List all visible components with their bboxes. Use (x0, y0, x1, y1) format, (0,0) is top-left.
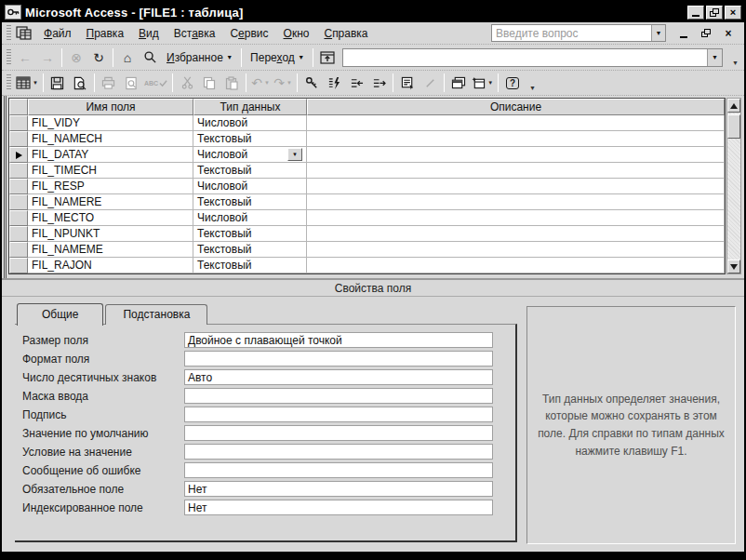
column-header-description[interactable]: Описание (307, 99, 725, 115)
properties-button[interactable] (396, 73, 419, 93)
property-validation-rule-input[interactable] (184, 444, 493, 460)
scrollbar-thumb[interactable] (727, 114, 740, 139)
delete-rows-button[interactable] (367, 73, 390, 93)
field-name-cell[interactable]: FIL_TIMECH (28, 163, 193, 179)
undo-button[interactable]: ↶▼ (249, 73, 272, 93)
show-web-toolbar-button[interactable] (316, 47, 339, 68)
save-button[interactable] (47, 73, 69, 93)
field-desc-cell[interactable] (307, 210, 725, 226)
toolbar-grip[interactable] (7, 49, 11, 66)
address-combobox[interactable]: ▼ (342, 48, 723, 67)
row-selector[interactable] (9, 115, 28, 131)
row-selector[interactable] (9, 258, 28, 273)
property-caption-input[interactable] (184, 407, 493, 422)
field-name-cell[interactable]: FIL_NAMERE (28, 194, 193, 210)
column-header-field-name[interactable]: Имя поля (28, 99, 193, 115)
row-selector[interactable] (9, 226, 28, 242)
property-format-input[interactable] (184, 351, 493, 367)
minimize-button[interactable] (687, 6, 704, 20)
field-name-cell[interactable]: FIL_RAJON (28, 258, 193, 273)
help-button[interactable]: ? (501, 73, 524, 93)
grid-vertical-scrollbar[interactable] (726, 98, 741, 274)
go-menu[interactable]: Переход ▼ (245, 47, 310, 68)
insert-rows-button[interactable] (345, 73, 367, 93)
field-desc-cell[interactable] (307, 226, 725, 242)
property-required-input[interactable]: Нет (184, 481, 493, 497)
tab-general[interactable]: Общие (17, 303, 103, 326)
field-desc-cell[interactable] (307, 131, 725, 147)
field-name-cell[interactable]: FIL_RESP (28, 179, 193, 194)
menu-help[interactable]: Справка (316, 24, 375, 43)
row-selector[interactable] (9, 131, 28, 147)
property-decimal-places-input[interactable]: Авто (184, 369, 493, 385)
field-type-cell[interactable]: Текстовый (193, 226, 307, 242)
refresh-button[interactable]: ↻ (87, 47, 110, 68)
row-selector[interactable] (9, 179, 28, 194)
toolbar-grip[interactable] (7, 74, 11, 91)
copy-button[interactable] (198, 73, 220, 93)
access-key-icon[interactable] (5, 5, 21, 20)
ask-question-input[interactable]: Введите вопрос ▼ (491, 24, 666, 42)
field-desc-cell[interactable] (307, 194, 725, 210)
field-name-cell[interactable]: FIL_DATAY (28, 147, 193, 163)
print-preview-button[interactable] (120, 73, 142, 93)
menu-insert[interactable]: Вставка (167, 24, 223, 43)
print-button[interactable] (98, 73, 120, 93)
field-desc-cell[interactable] (307, 179, 725, 194)
field-type-cell[interactable]: Текстовый (193, 258, 307, 273)
property-default-value-input[interactable] (184, 425, 493, 441)
view-button[interactable]: ▼ (14, 73, 40, 93)
back-button[interactable]: ← (14, 47, 36, 68)
data-type-dropdown-button[interactable]: ▼ (287, 148, 302, 161)
menu-tools[interactable]: Сервис (222, 24, 275, 43)
ask-question-dropdown-icon[interactable]: ▼ (651, 25, 665, 41)
field-type-cell[interactable]: Числовой (193, 179, 307, 194)
field-type-cell[interactable]: Текстовый (193, 163, 307, 179)
field-type-cell[interactable]: Текстовый (193, 131, 307, 147)
property-input-mask-input[interactable] (184, 388, 493, 404)
property-validation-text-input[interactable] (184, 462, 493, 478)
field-desc-cell[interactable] (307, 242, 725, 258)
cut-button[interactable] (176, 73, 198, 93)
field-name-cell[interactable]: FIL_NPUNKT (28, 226, 193, 242)
file-search-button[interactable] (69, 73, 91, 93)
new-object-button[interactable]: ▼ (470, 73, 495, 93)
select-all-corner[interactable] (9, 99, 28, 115)
child-minimize-button[interactable] (677, 27, 690, 40)
toolbar-options-icon[interactable]: ▼ (526, 85, 540, 91)
tab-lookup[interactable]: Подстановка (105, 304, 207, 325)
row-selector[interactable] (9, 242, 28, 258)
property-field-size-input[interactable]: Двойное с плавающей точкой (184, 332, 493, 348)
stop-button[interactable]: ⊗ (65, 47, 87, 68)
primary-key-button[interactable] (300, 73, 323, 93)
property-indexed-input[interactable]: Нет (184, 500, 493, 515)
menu-edit[interactable]: Правка (79, 24, 132, 43)
field-desc-cell[interactable] (307, 115, 725, 131)
row-selector[interactable] (9, 194, 28, 210)
home-button[interactable]: ⌂ (116, 47, 139, 68)
close-button[interactable]: × (725, 6, 741, 20)
row-selector[interactable] (9, 163, 28, 179)
table-design-window-icon[interactable] (14, 25, 33, 41)
field-type-cell-active[interactable]: Числовой ▼ (193, 147, 307, 163)
paste-button[interactable] (220, 73, 243, 93)
scroll-down-button[interactable] (727, 260, 740, 273)
indexes-button[interactable] (323, 73, 345, 93)
favorites-menu[interactable]: Избранное ▼ (161, 47, 238, 68)
column-header-data-type[interactable]: Тип данных (193, 99, 307, 115)
field-desc-cell[interactable] (307, 163, 725, 179)
toolbar-grip[interactable] (7, 25, 11, 42)
child-restore-button[interactable] (699, 27, 713, 40)
toolbar-options-icon[interactable]: ▼ (728, 60, 742, 66)
field-type-cell[interactable]: Текстовый (193, 242, 307, 258)
menu-window[interactable]: Окно (276, 24, 317, 43)
search-web-button[interactable] (139, 47, 161, 68)
menu-file[interactable]: Файл (36, 24, 79, 43)
forward-button[interactable]: → (36, 47, 59, 68)
current-row-selector[interactable] (9, 147, 28, 163)
field-type-cell[interactable]: Числовой (193, 210, 307, 226)
restore-button[interactable] (706, 6, 723, 20)
field-type-cell[interactable]: Текстовый (193, 194, 307, 210)
child-close-button[interactable]: × (722, 27, 735, 40)
menu-view[interactable]: Вид (131, 24, 167, 43)
